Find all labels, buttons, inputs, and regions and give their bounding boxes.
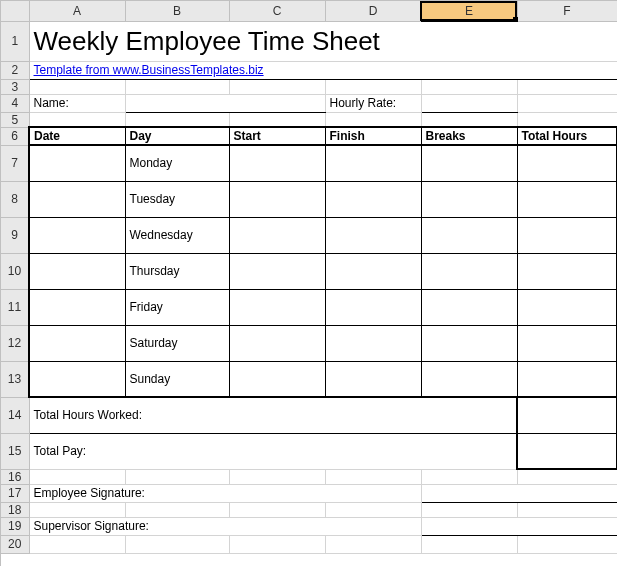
cell-D3[interactable] bbox=[325, 79, 421, 94]
cell-F18[interactable] bbox=[517, 502, 617, 517]
date-4[interactable] bbox=[29, 289, 125, 325]
day-3[interactable]: Thursday bbox=[125, 253, 229, 289]
cell-B20[interactable] bbox=[125, 535, 229, 553]
cell-B16[interactable] bbox=[125, 469, 229, 484]
cell-F3[interactable] bbox=[517, 79, 617, 94]
day-4[interactable]: Friday bbox=[125, 289, 229, 325]
date-3[interactable] bbox=[29, 253, 125, 289]
cell-B3[interactable] bbox=[125, 79, 229, 94]
row-header-4[interactable]: 4 bbox=[1, 94, 29, 112]
cell-C16[interactable] bbox=[229, 469, 325, 484]
cell-F4[interactable] bbox=[517, 94, 617, 112]
breaks-1[interactable] bbox=[421, 181, 517, 217]
row-header-12[interactable]: 12 bbox=[1, 325, 29, 361]
cell-A16[interactable] bbox=[29, 469, 125, 484]
cell-A20[interactable] bbox=[29, 535, 125, 553]
col-header-B[interactable]: B bbox=[125, 1, 229, 21]
cell-A5[interactable] bbox=[29, 112, 125, 127]
row-header-18[interactable]: 18 bbox=[1, 502, 29, 517]
employee-signature-input[interactable] bbox=[421, 484, 617, 502]
row-header-2[interactable]: 2 bbox=[1, 61, 29, 79]
cell-E3[interactable] bbox=[421, 79, 517, 94]
date-6[interactable] bbox=[29, 361, 125, 397]
total-2[interactable] bbox=[517, 217, 617, 253]
cell-E18[interactable] bbox=[421, 502, 517, 517]
day-6[interactable]: Sunday bbox=[125, 361, 229, 397]
row-header-7[interactable]: 7 bbox=[1, 145, 29, 181]
col-header-D[interactable]: D bbox=[325, 1, 421, 21]
cell-F5[interactable] bbox=[517, 112, 617, 127]
col-header-C[interactable]: C bbox=[229, 1, 325, 21]
total-5[interactable] bbox=[517, 325, 617, 361]
row-header-13[interactable]: 13 bbox=[1, 361, 29, 397]
day-2[interactable]: Wednesday bbox=[125, 217, 229, 253]
start-0[interactable] bbox=[229, 145, 325, 181]
breaks-4[interactable] bbox=[421, 289, 517, 325]
cell-A3[interactable] bbox=[29, 79, 125, 94]
breaks-6[interactable] bbox=[421, 361, 517, 397]
total-6[interactable] bbox=[517, 361, 617, 397]
row-header-19[interactable]: 19 bbox=[1, 517, 29, 535]
total-pay-value[interactable] bbox=[517, 433, 617, 469]
cell-C5[interactable] bbox=[229, 112, 325, 127]
cell-C20[interactable] bbox=[229, 535, 325, 553]
cell-F20[interactable] bbox=[517, 535, 617, 553]
select-all-corner[interactable] bbox=[1, 1, 29, 21]
cell-D18[interactable] bbox=[325, 502, 421, 517]
breaks-2[interactable] bbox=[421, 217, 517, 253]
row-header-8[interactable]: 8 bbox=[1, 181, 29, 217]
finish-6[interactable] bbox=[325, 361, 421, 397]
row-header-1[interactable]: 1 bbox=[1, 21, 29, 61]
col-header-F[interactable]: F bbox=[517, 1, 617, 21]
day-5[interactable]: Saturday bbox=[125, 325, 229, 361]
name-input[interactable] bbox=[125, 94, 325, 112]
cell-D20[interactable] bbox=[325, 535, 421, 553]
hourly-rate-input[interactable] bbox=[421, 94, 517, 112]
cell-E16[interactable] bbox=[421, 469, 517, 484]
cell-E20[interactable] bbox=[421, 535, 517, 553]
date-5[interactable] bbox=[29, 325, 125, 361]
row-header-17[interactable]: 17 bbox=[1, 484, 29, 502]
row-header-9[interactable]: 9 bbox=[1, 217, 29, 253]
cell-B5[interactable] bbox=[125, 112, 229, 127]
breaks-3[interactable] bbox=[421, 253, 517, 289]
cell-C3[interactable] bbox=[229, 79, 325, 94]
total-0[interactable] bbox=[517, 145, 617, 181]
row-header-20[interactable]: 20 bbox=[1, 535, 29, 553]
row-header-10[interactable]: 10 bbox=[1, 253, 29, 289]
cell-F16[interactable] bbox=[517, 469, 617, 484]
day-0[interactable]: Monday bbox=[125, 145, 229, 181]
cell-D5[interactable] bbox=[325, 112, 421, 127]
finish-5[interactable] bbox=[325, 325, 421, 361]
start-4[interactable] bbox=[229, 289, 325, 325]
finish-4[interactable] bbox=[325, 289, 421, 325]
start-2[interactable] bbox=[229, 217, 325, 253]
finish-1[interactable] bbox=[325, 181, 421, 217]
date-2[interactable] bbox=[29, 217, 125, 253]
row-header-15[interactable]: 15 bbox=[1, 433, 29, 469]
template-link[interactable]: Template from www.BusinessTemplates.biz bbox=[29, 61, 617, 79]
date-1[interactable] bbox=[29, 181, 125, 217]
total-1[interactable] bbox=[517, 181, 617, 217]
start-1[interactable] bbox=[229, 181, 325, 217]
row-header-5[interactable]: 5 bbox=[1, 112, 29, 127]
start-5[interactable] bbox=[229, 325, 325, 361]
finish-2[interactable] bbox=[325, 217, 421, 253]
col-header-A[interactable]: A bbox=[29, 1, 125, 21]
row-header-3[interactable]: 3 bbox=[1, 79, 29, 94]
supervisor-signature-input[interactable] bbox=[421, 517, 617, 535]
start-6[interactable] bbox=[229, 361, 325, 397]
total-hours-worked-value[interactable] bbox=[517, 397, 617, 433]
cell-B18[interactable] bbox=[125, 502, 229, 517]
start-3[interactable] bbox=[229, 253, 325, 289]
cell-C18[interactable] bbox=[229, 502, 325, 517]
col-header-E[interactable]: E bbox=[421, 1, 517, 21]
row-header-11[interactable]: 11 bbox=[1, 289, 29, 325]
title-cell[interactable]: Weekly Employee Time Sheet bbox=[29, 21, 617, 61]
finish-3[interactable] bbox=[325, 253, 421, 289]
day-1[interactable]: Tuesday bbox=[125, 181, 229, 217]
breaks-5[interactable] bbox=[421, 325, 517, 361]
cell-A18[interactable] bbox=[29, 502, 125, 517]
total-3[interactable] bbox=[517, 253, 617, 289]
row-header-6[interactable]: 6 bbox=[1, 127, 29, 145]
